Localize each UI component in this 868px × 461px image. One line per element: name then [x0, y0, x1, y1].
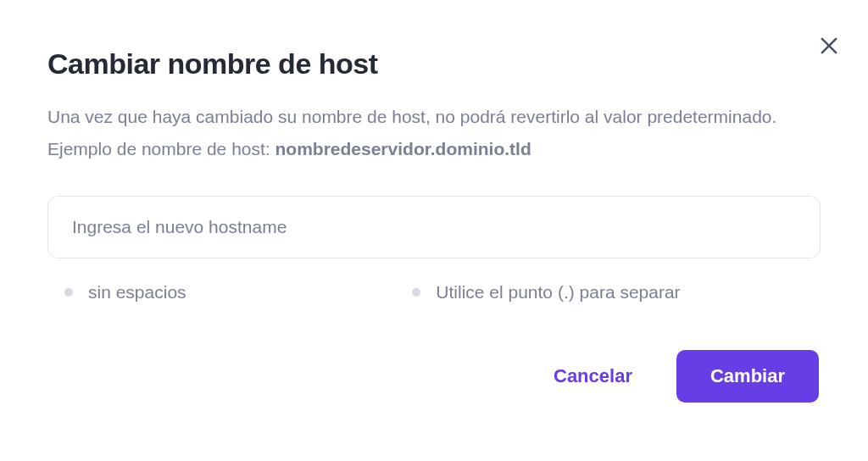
dialog-title: Cambiar nombre de host: [47, 47, 821, 81]
hint-item: sin espacios: [64, 282, 412, 303]
cancel-button[interactable]: Cancelar: [543, 352, 643, 401]
hint-text: sin espacios: [88, 282, 186, 303]
confirm-button[interactable]: Cambiar: [676, 350, 819, 403]
close-icon[interactable]: [817, 34, 841, 58]
change-hostname-dialog: Cambiar nombre de host Una vez que haya …: [0, 0, 868, 436]
hint-text: Utilice el punto (.) para separar: [436, 282, 680, 303]
bullet-icon: [64, 288, 73, 297]
bullet-icon: [412, 288, 420, 297]
description-example: nombredeservidor.dominio.tld: [275, 139, 531, 158]
dialog-description: Una vez que haya cambiado su nombre de h…: [47, 101, 821, 165]
dialog-actions: Cancelar Cambiar: [47, 350, 821, 403]
hostname-input[interactable]: [47, 196, 821, 258]
hint-item: Utilice el punto (.) para separar: [412, 282, 680, 303]
hints-row: sin espacios Utilice el punto (.) para s…: [47, 282, 821, 303]
